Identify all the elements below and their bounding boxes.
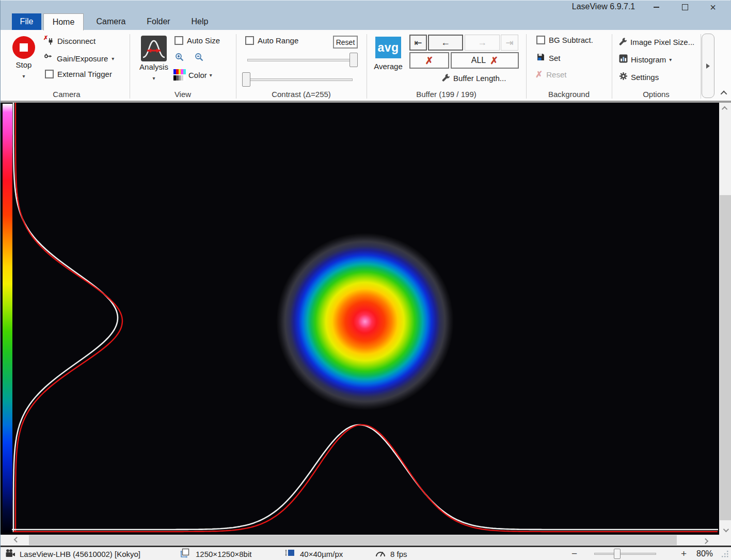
chevron-up-icon (722, 106, 727, 112)
camera-icon (5, 548, 15, 560)
gain-exposure-button[interactable]: Gain/Exposure ▾ (44, 53, 114, 64)
slider-track (242, 78, 353, 81)
fps-status: 8 fps (375, 547, 407, 560)
checkbox-icon (174, 36, 183, 45)
image-pixel-size-button[interactable]: Image Pixel Size... (619, 37, 694, 47)
external-trigger-checkbox[interactable]: External Trigger (45, 70, 112, 78)
app-window: LaseView 6.9.7.1 × File Home Camera Fold… (0, 0, 731, 560)
prev-frame-icon: ← (441, 37, 450, 48)
save-icon (536, 53, 545, 63)
buffer-delete-all-button[interactable]: ALL ✗ (451, 52, 519, 69)
horizontal-scrollbar-thumb[interactable] (29, 535, 677, 545)
titlebar: LaseView 6.9.7.1 × (1, 1, 731, 13)
group-contrast: Auto Range Reset Contrast (Δ=255) (236, 30, 367, 100)
pixel-size-status: 40×40µm/px (284, 547, 343, 560)
auto-range-checkbox[interactable]: Auto Range (245, 36, 298, 45)
scroll-right-button[interactable] (693, 535, 719, 546)
gain-exposure-icon (44, 53, 53, 64)
tab-camera[interactable]: Camera (87, 13, 135, 30)
wrench-icon (619, 37, 627, 47)
auto-size-checkbox[interactable]: Auto Size (174, 36, 220, 45)
zoom-in-step-button[interactable]: + (681, 547, 687, 560)
group-label-view: View (130, 90, 236, 99)
vertical-scrollbar-thumb[interactable] (720, 195, 731, 520)
contrast-reset-button[interactable]: Reset (333, 36, 358, 49)
average-label[interactable]: Average (367, 62, 410, 71)
color-palette-icon (173, 69, 186, 81)
chevron-down-icon: ▾ (112, 56, 114, 61)
horizontal-scrollbar[interactable] (1, 535, 731, 546)
collapse-ribbon-button[interactable] (718, 88, 730, 98)
zoom-out-icon[interactable] (195, 53, 205, 63)
tab-folder[interactable]: Folder (136, 13, 181, 30)
ribbon-tab-row: File Home Camera Folder Help (1, 13, 731, 30)
analysis-dropdown[interactable]: ▾ (130, 73, 178, 82)
stop-icon (20, 43, 28, 52)
ribbon: Stop ▾ ✗ Disconnect Gain/Exposure ▾ Exte… (1, 30, 731, 102)
buffer-prev-button[interactable]: ← (428, 35, 463, 51)
wrench-icon (442, 73, 450, 83)
color-button[interactable]: Color ▾ (173, 69, 212, 81)
buffer-length-button[interactable]: Buffer Length... (442, 73, 506, 83)
bg-set-button[interactable]: Set (536, 53, 561, 63)
maximize-button[interactable] (676, 1, 694, 13)
resolution-status: 1250×1250×8bit (180, 547, 251, 560)
chevron-down-icon: ▾ (669, 57, 672, 62)
tab-help[interactable]: Help (182, 13, 217, 30)
pixel-size-icon (284, 548, 296, 560)
histogram-button[interactable]: Histogram ▾ (619, 54, 672, 65)
settings-button[interactable]: Settings (619, 72, 659, 82)
pixel-size-value: 40×40µm/px (300, 550, 343, 558)
analysis-icon (141, 36, 167, 61)
fps-value: 8 fps (390, 550, 407, 558)
analysis-label[interactable]: Analysis (130, 62, 178, 71)
group-label-contrast: Contrast (Δ=255) (236, 90, 367, 99)
scroll-up-button[interactable] (719, 103, 731, 114)
resolution-value: 1250×1250×8bit (196, 550, 251, 558)
stop-label[interactable]: Stop (4, 60, 44, 69)
slider-thumb[interactable] (349, 53, 358, 67)
buffer-first-button[interactable]: ⇤ (409, 35, 427, 51)
analysis-button[interactable] (141, 36, 167, 61)
histogram-icon (619, 54, 628, 65)
zoom-slider-track[interactable] (594, 553, 656, 555)
group-camera: Stop ▾ ✗ Disconnect Gain/Exposure ▾ Exte… (4, 30, 130, 100)
average-button[interactable]: avg (375, 37, 401, 58)
slider-thumb[interactable] (242, 72, 250, 87)
resize-grip-icon[interactable] (721, 550, 729, 559)
close-button[interactable]: × (704, 1, 722, 13)
bg-subtract-checkbox[interactable]: BG Subtract. (536, 36, 593, 44)
group-buffer: avg Average ⇤ ← → ⇥ ✗ ALL ✗ Buffer Lengt… (367, 30, 526, 100)
zoom-in-icon[interactable] (175, 53, 185, 63)
contrast-min-slider[interactable] (242, 72, 353, 87)
stop-button[interactable] (12, 36, 35, 59)
minimize-icon (654, 7, 659, 8)
beam-image-viewport (1, 102, 731, 535)
minimize-button[interactable] (647, 1, 665, 13)
disconnect-button[interactable]: ✗ Disconnect (44, 36, 96, 46)
scroll-left-button[interactable] (3, 535, 29, 546)
reset-icon: ✗ (535, 70, 543, 79)
chevron-down-icon: ▾ (22, 73, 25, 79)
image-size-icon (180, 548, 192, 560)
tab-home[interactable]: Home (43, 13, 84, 30)
buffer-delete-button[interactable]: ✗ (409, 52, 449, 69)
group-options: Image Pixel Size... Histogram ▾ Settings… (612, 30, 701, 100)
zoom-controls (175, 53, 205, 63)
zoom-slider-thumb[interactable] (614, 549, 621, 559)
buffer-next-button[interactable]: → (465, 35, 500, 51)
device-name: LaseView-LHB (45610002) [Kokyo] (20, 550, 140, 558)
ribbon-scroll-right-button[interactable] (702, 34, 714, 98)
zoom-level: 80% (696, 547, 713, 560)
chevron-right-icon (703, 538, 708, 543)
vertical-scrollbar[interactable] (719, 103, 731, 536)
delete-all-icon: ✗ (490, 56, 498, 66)
contrast-max-slider[interactable] (247, 53, 358, 67)
bg-reset-button[interactable]: ✗ Reset (535, 70, 566, 79)
scroll-down-button[interactable] (719, 524, 731, 536)
stop-dropdown[interactable]: ▾ (4, 71, 44, 79)
buffer-last-button[interactable]: ⇥ (501, 35, 518, 51)
tab-file[interactable]: File (12, 13, 41, 30)
device-status: LaseView-LHB (45610002) [Kokyo] (5, 547, 140, 560)
zoom-out-step-button[interactable]: − (571, 547, 577, 560)
